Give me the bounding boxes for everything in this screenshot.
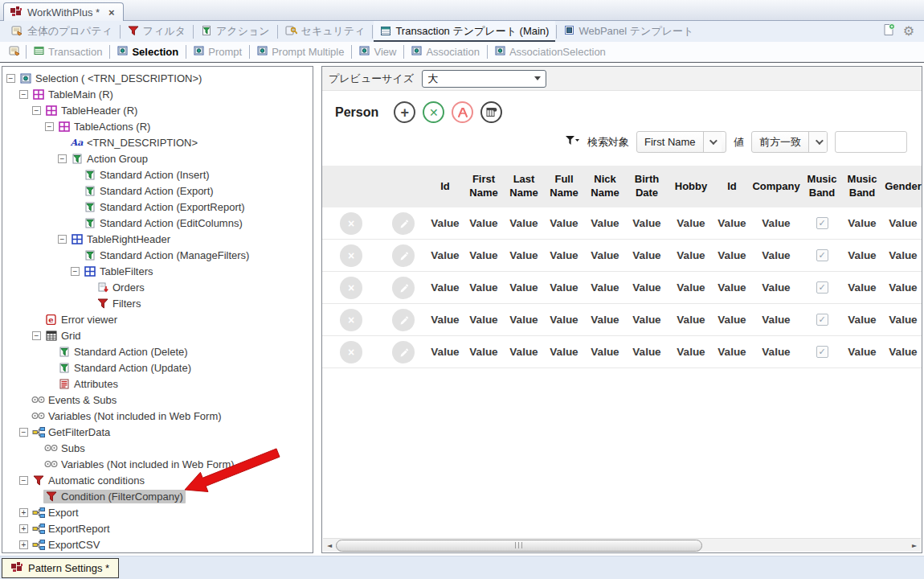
search-target-label: 検索対象 [587,135,629,150]
tree-item[interactable]: Standard Action (ExportReport) [2,199,313,215]
expand-icon[interactable]: + [19,524,28,533]
tree-item[interactable]: Standard Action (EditColumns) [2,215,313,231]
subtab-prompt-multiple[interactable]: Prompt Multiple [251,43,350,61]
toolbar-item-filters[interactable]: フィルタ [121,22,192,41]
subtab-association[interactable]: Association [405,43,485,61]
tree-item[interactable]: −TableFilters [2,263,313,279]
checkbox[interactable]: ✓ [816,281,828,294]
edit-row-icon[interactable] [392,309,415,331]
collapse-icon[interactable]: − [32,331,41,340]
toolbar-item-transaction-template[interactable]: Transaction テンプレート (Main) [374,21,555,42]
subtab-selection[interactable]: Selection [111,43,185,61]
tree-item[interactable]: Standard Action (Export) [2,183,313,199]
value-cell: Value [464,217,504,229]
scroll-left-icon[interactable]: ◄ [323,539,336,552]
gear-icon[interactable]: ⚙ [903,25,914,38]
collapse-icon[interactable]: − [58,154,67,163]
collapse-icon[interactable]: − [19,476,28,485]
checkbox[interactable]: ✓ [816,346,828,358]
tree-item[interactable]: Standard Action (Delete) [2,343,313,359]
delete-row-icon[interactable]: × [340,309,362,331]
tree-item[interactable]: −TableActions (R) [2,118,313,134]
checkbox[interactable]: ✓ [816,249,828,261]
page-title: Person [335,105,378,120]
tree-item[interactable]: eError viewer [2,311,313,327]
tree-item[interactable]: −Grid [2,327,313,343]
subtab-transaction[interactable]: Transaction [27,43,108,61]
subtab-view[interactable]: View [353,43,403,61]
new-page-icon[interactable] [882,23,895,39]
tree-item[interactable]: −TableRightHeader [2,231,313,247]
tree-item[interactable]: −Automatic conditions [2,472,313,488]
tree-item[interactable]: +Export [2,504,313,520]
expand-icon[interactable]: + [19,508,28,517]
delete-row-icon[interactable]: × [340,341,362,363]
tree-item[interactable]: Subs [2,440,313,456]
edit-row-icon[interactable] [392,277,415,299]
scrollbar-track[interactable] [336,540,908,552]
delete-row-icon[interactable]: × [340,277,362,299]
edit-columns-icon[interactable] [480,101,502,123]
toolbar-item-webpanel-template[interactable]: WebPanel テンプレート [558,22,700,41]
scrollbar-thumb[interactable] [336,540,702,552]
tree-item[interactable]: −Selection ( <TRN_DESCRIPTION>) [2,70,313,86]
tree-item[interactable]: Standard Action (ManageFilters) [2,247,313,263]
match-type-select[interactable]: 前方一致 [751,131,828,153]
tree-item[interactable]: Orders [2,279,313,295]
tree-item[interactable]: −TableMain (R) [2,86,313,102]
subtab-associationselection[interactable]: AssociationSelection [489,43,612,61]
tree-item[interactable]: Variables (Not included in Web Form) [2,456,313,472]
edit-row-icon[interactable] [392,244,415,267]
search-field-select[interactable]: First Name [636,131,726,153]
excel-export-icon[interactable]: ✕ [423,101,444,123]
filter-dropdown-icon[interactable] [565,135,580,150]
tree-item[interactable]: Aa<TRN_DESCRIPTION> [2,134,313,150]
tree-item[interactable]: −TableHeader (R) [2,102,313,118]
doc-tab-workwithplus[interactable]: WorkWithPlus * × [3,2,124,21]
collapse-icon[interactable]: − [45,122,54,131]
tree-item[interactable]: Filters [2,295,313,311]
delete-row-icon[interactable]: × [340,244,362,267]
preview-size-select[interactable]: 大 [422,70,546,88]
delete-row-icon[interactable]: × [340,212,362,235]
close-tab-icon[interactable]: × [108,6,115,18]
value-cell: Value [841,249,883,261]
pdf-export-icon[interactable] [452,101,473,123]
checkbox[interactable]: ✓ [816,314,828,326]
horizontal-scrollbar[interactable]: ◄ ► [323,538,921,552]
edit-row-icon[interactable] [392,341,415,363]
search-input[interactable] [835,131,907,153]
toolbar-item-actions[interactable]: アクション [194,22,276,41]
value-cell: Value [427,281,464,294]
collapse-icon[interactable]: − [19,428,28,437]
toolbar-item-security[interactable]: セキュリティ [279,22,372,41]
scroll-right-icon[interactable]: ► [908,539,921,552]
tree-item[interactable]: −GetFilterData [2,424,313,440]
checkbox[interactable]: ✓ [816,217,828,229]
tree-item[interactable]: −Action Group [2,150,313,166]
collapse-icon[interactable]: − [58,235,67,244]
collapse-icon[interactable]: − [32,106,41,115]
pattern-settings-tab[interactable]: Pattern Settings * [2,558,119,578]
webpanel-template-icon [564,25,574,38]
tree-item[interactable]: Standard Action (Update) [2,359,313,376]
collapse-icon[interactable]: − [71,267,80,276]
tree-item[interactable]: Standard Action (Insert) [2,166,313,183]
toolbar-item-general-properties[interactable]: 全体のプロパティ [5,22,119,41]
tree-item[interactable]: Events & Subs [2,392,313,408]
expand-icon[interactable]: + [19,540,28,549]
template-properties-button[interactable] [5,43,25,61]
properties-icon [9,45,21,59]
value-cell: Value [714,217,750,229]
tree-item[interactable]: Variables (Not included in Web Form) [2,408,313,424]
add-icon[interactable]: + [394,101,415,123]
tree-item[interactable]: Condition (FilterCompany) [2,488,313,504]
tree-item[interactable]: +ExportReport [2,520,313,536]
tree-item[interactable]: +ExportCSV [2,536,313,552]
collapse-icon[interactable]: − [6,74,15,83]
collapse-icon[interactable]: − [19,90,28,99]
edit-row-icon[interactable] [392,212,415,235]
expander-spacer [84,283,92,292]
tree-item[interactable]: Attributes [2,376,313,392]
subtab-prompt[interactable]: Prompt [187,43,248,61]
